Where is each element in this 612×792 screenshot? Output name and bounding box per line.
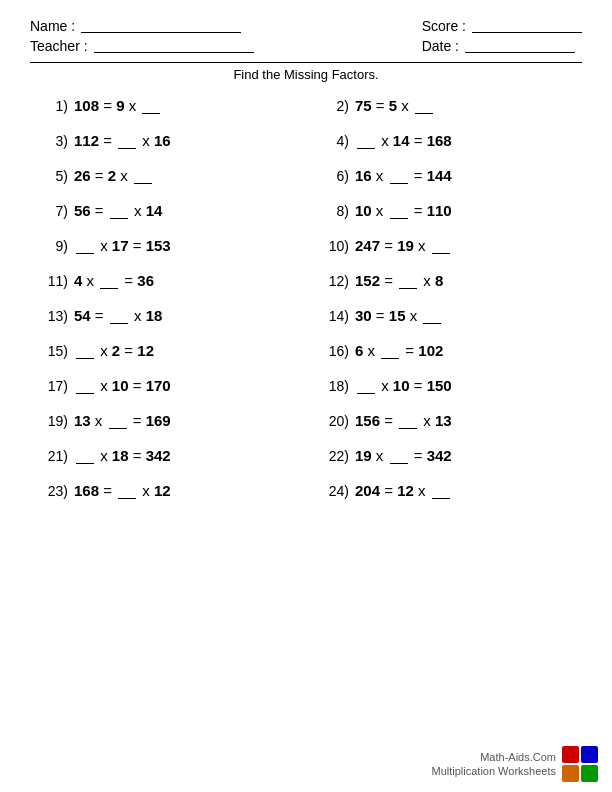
operator: = (129, 412, 146, 429)
blank-slot (76, 450, 94, 464)
blank-slot (399, 275, 417, 289)
number-value: 342 (427, 447, 452, 464)
number-value: 13 (74, 412, 91, 429)
operator: x (91, 412, 107, 429)
problem-expression: 152 = x 8 (355, 272, 443, 289)
teacher-row: Teacher : (30, 38, 254, 54)
number-value: 10 (355, 202, 372, 219)
blank-slot (118, 135, 136, 149)
problem-item: 20)156 = x 13 (311, 403, 582, 438)
number-value: 2 (108, 167, 116, 184)
blank-slot (100, 275, 118, 289)
problem-item: 2)75 = 5 x (311, 88, 582, 123)
problem-expression: 168 = x 12 (74, 482, 171, 499)
header: Name : Teacher : Score : Date : (30, 18, 582, 54)
operator: x (124, 97, 140, 114)
problems-grid: 1)108 = 9 x 2)75 = 5 x 3)112 = x 164) x … (30, 88, 582, 508)
blank-slot (110, 205, 128, 219)
number-value: 342 (146, 447, 171, 464)
header-left: Name : Teacher : (30, 18, 254, 54)
number-value: 12 (397, 482, 414, 499)
problem-item: 10)247 = 19 x (311, 228, 582, 263)
operator: x (96, 377, 112, 394)
number-value: 168 (427, 132, 452, 149)
operator: x (419, 272, 435, 289)
problem-expression: x 2 = 12 (74, 342, 154, 359)
problem-item: 1)108 = 9 x (30, 88, 301, 123)
operator: x (138, 132, 154, 149)
problem-item: 3)112 = x 16 (30, 123, 301, 158)
problem-expression: 56 = x 14 (74, 202, 162, 219)
problem-item: 24)204 = 12 x (311, 473, 582, 508)
number-value: 153 (146, 237, 171, 254)
name-row: Name : (30, 18, 254, 34)
number-value: 8 (435, 272, 443, 289)
number-value: 12 (154, 482, 171, 499)
operator: x (116, 167, 132, 184)
problem-item: 19)13 x = 169 (30, 403, 301, 438)
problem-expression: 156 = x 13 (355, 412, 452, 429)
number-value: 14 (146, 202, 163, 219)
number-value: 169 (146, 412, 171, 429)
blank-slot (142, 100, 160, 114)
blank-slot (390, 450, 408, 464)
problem-expression: x 18 = 342 (74, 447, 171, 464)
number-value: 18 (112, 447, 129, 464)
problem-number: 10) (321, 238, 349, 254)
problem-number: 13) (40, 308, 68, 324)
date-line (465, 39, 575, 53)
problem-item: 21) x 18 = 342 (30, 438, 301, 473)
operator: = (99, 482, 116, 499)
problem-number: 1) (40, 98, 68, 114)
problem-number: 18) (321, 378, 349, 394)
problem-item: 6)16 x = 144 (311, 158, 582, 193)
number-value: 30 (355, 307, 372, 324)
blank-slot (76, 240, 94, 254)
number-value: 110 (427, 202, 452, 219)
operator: = (410, 377, 427, 394)
problem-item: 15) x 2 = 12 (30, 333, 301, 368)
number-value: 56 (74, 202, 91, 219)
problem-item: 4) x 14 = 168 (311, 123, 582, 158)
number-value: 16 (154, 132, 171, 149)
operator: = (410, 132, 427, 149)
operator: = (380, 412, 397, 429)
operator: = (129, 447, 146, 464)
watermark-line1: Math-Aids.Com (431, 750, 556, 764)
date-row: Date : (422, 38, 582, 54)
number-value: 18 (146, 307, 163, 324)
problem-item: 18) x 10 = 150 (311, 368, 582, 403)
operator: x (372, 167, 388, 184)
operator: = (120, 272, 137, 289)
watermark-text: Math-Aids.Com Multiplication Worksheets (431, 750, 556, 779)
wi-green (581, 765, 598, 782)
number-value: 16 (355, 167, 372, 184)
operator: = (372, 307, 389, 324)
problem-expression: 16 x = 144 (355, 167, 452, 184)
operator: x (419, 412, 435, 429)
problem-expression: 19 x = 342 (355, 447, 452, 464)
problem-expression: 108 = 9 x (74, 97, 162, 114)
problem-expression: 75 = 5 x (355, 97, 435, 114)
number-value: 168 (74, 482, 99, 499)
problem-expression: x 14 = 168 (355, 132, 452, 149)
problem-number: 6) (321, 168, 349, 184)
number-value: 150 (427, 377, 452, 394)
blank-slot (432, 485, 450, 499)
problem-number: 9) (40, 238, 68, 254)
problem-item: 22)19 x = 342 (311, 438, 582, 473)
operator: x (96, 237, 112, 254)
problem-number: 15) (40, 343, 68, 359)
operator: = (129, 377, 146, 394)
number-value: 75 (355, 97, 372, 114)
problem-number: 16) (321, 343, 349, 359)
operator: = (410, 202, 427, 219)
name-label: Name : (30, 18, 75, 34)
number-value: 10 (393, 377, 410, 394)
score-line (472, 19, 582, 33)
number-value: 2 (112, 342, 120, 359)
score-row: Score : (422, 18, 582, 34)
number-value: 54 (74, 307, 91, 324)
number-value: 15 (389, 307, 406, 324)
problem-expression: 13 x = 169 (74, 412, 171, 429)
